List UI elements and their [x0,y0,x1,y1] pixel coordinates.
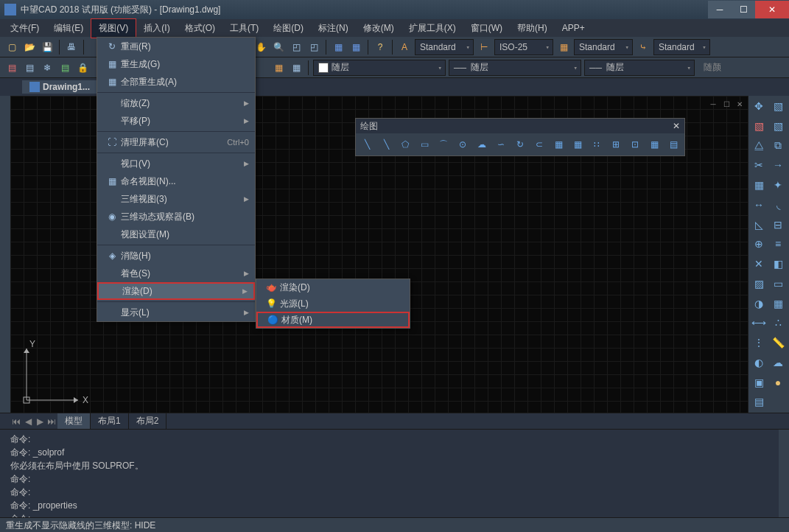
tool-join-icon[interactable]: ⊕ [750,235,768,253]
draw-line-icon[interactable]: ╲ [359,136,375,153]
lineweight-dropdown[interactable]: ──随层 [584,60,695,76]
dimstyle-icon[interactable]: ⊢ [477,40,491,55]
tool-divide-icon[interactable]: ⋮ [750,334,768,351]
menu-pan[interactable]: 平移(P)▶ [97,112,255,130]
tool-measure-icon[interactable]: 📏 [769,334,787,351]
help-icon[interactable]: ? [373,40,388,55]
menu-namedview[interactable]: ▦命名视图(N)... [97,172,255,190]
color-dropdown[interactable]: 随层 [313,60,446,76]
tool-fillet-icon[interactable]: ◟ [769,196,787,214]
menu-help[interactable]: 帮助(H) [510,19,555,38]
close-button[interactable]: ✕ [755,1,789,18]
tool-layer-icon[interactable]: ▤ [750,393,768,410]
maximize-button[interactable]: ☐ [732,1,755,18]
draw-circle-icon[interactable]: ⊙ [455,136,471,153]
draw-rectangle-icon[interactable]: ▭ [416,136,432,153]
tab-nav-first-icon[interactable]: ⏮ [10,416,22,427]
menu-viewport[interactable]: 视口(V)▶ [97,155,255,172]
tool-render-icon[interactable]: ● [769,374,787,391]
menu-modify[interactable]: 修改(M) [356,19,401,38]
submenu-material[interactable]: 🔵材质(M) [256,312,410,328]
canvas-max-icon[interactable]: ☐ [721,99,732,109]
tool-region-icon[interactable]: ▭ [769,275,787,293]
tool-offset-icon[interactable]: ⧉ [769,137,787,155]
tool-align-icon[interactable]: ≡ [769,235,787,253]
block-edit-icon[interactable]: ▦ [289,60,304,75]
tool-scale-icon[interactable]: ▧ [769,117,787,135]
menu-render[interactable]: 渲染(D)▶ [97,282,255,300]
textstyle-icon[interactable]: A [397,40,412,55]
menu-tools[interactable]: 工具(T) [222,19,266,38]
tool-move-icon[interactable]: ✥ [750,97,768,115]
linetype-dropdown[interactable]: ──随层 [449,60,581,76]
tool-group-icon[interactable]: ▣ [750,374,768,391]
new-icon[interactable]: ▢ [4,40,19,55]
menu-3dview[interactable]: 三维视图(3)▶ [97,190,255,208]
block-icon[interactable]: ▦ [271,60,286,75]
tool-hatch-icon[interactable]: ▨ [750,275,768,293]
draw-ellipse-icon[interactable]: ↻ [512,136,528,153]
menu-file[interactable]: 文件(F) [3,19,46,38]
layer-icon[interactable]: ▤ [22,60,37,75]
tablestyle-dropdown[interactable]: Standard [574,39,633,55]
menu-insert[interactable]: 插入(I) [136,19,177,38]
layer-state-icon[interactable]: ▤ [57,60,72,75]
tablestyle-icon[interactable]: ▦ [556,40,571,55]
tool-mirror-icon[interactable]: ⧋ [750,137,768,155]
canvas-close-icon[interactable]: ✕ [734,99,745,109]
dimstyle-dropdown[interactable]: ISO-25 [494,39,553,55]
draw-revcloud-icon[interactable]: ☁ [474,136,490,153]
draw-ellipsearc-icon[interactable]: ⊂ [531,136,547,153]
tool-stretch-icon[interactable]: ↔ [750,196,768,214]
tool-explode-icon[interactable]: ✦ [769,176,787,194]
tool-pedit-icon[interactable]: ◧ [769,255,787,273]
menu-redraw[interactable]: ↻重画(R) [97,38,255,55]
open-icon[interactable]: 📂 [22,40,37,55]
draw-arc-icon[interactable]: ⌒ [435,136,452,153]
pan-icon[interactable]: ✋ [253,40,268,55]
properties-icon[interactable]: ▦ [331,40,346,55]
tool-point-icon[interactable]: ∴ [769,314,787,332]
document-tab[interactable]: Drawing1... [22,80,97,94]
draw-block-icon[interactable]: ▦ [550,136,567,153]
draw-table-icon[interactable]: ▤ [665,136,681,153]
submenu-render[interactable]: 🫖渲染(D) [256,279,410,295]
draw-floating-toolbar[interactable]: 绘图 ✕ ╲ ╲ ⬠ ▭ ⌒ ⊙ ☁ ∽ ↻ ⊂ ▦ ▦ ∷ ⊞ ⊡ ▦ ▤ [355,118,685,156]
tool-more-icon[interactable]: ▦ [769,295,787,312]
draw-xline-icon[interactable]: ╲ [378,136,394,153]
menu-dimension[interactable]: 标注(N) [311,19,356,38]
tool-extend-icon[interactable]: → [769,156,787,174]
mleaderstyle-dropdown[interactable]: Standard [653,39,710,55]
tab-model[interactable]: 模型 [57,413,91,429]
command-scrollbar[interactable] [779,430,789,517]
save-icon[interactable]: 💾 [40,40,55,55]
menu-viewsettings[interactable]: 视图设置(M) [97,225,255,243]
menu-app[interactable]: APP+ [555,20,592,36]
menu-hide[interactable]: ◈消隐(H) [97,247,255,265]
menu-regen[interactable]: ▦重生成(G) [97,55,255,73]
menu-shade[interactable]: 着色(S)▶ [97,265,255,282]
menu-view[interactable]: 视图(V) [91,18,136,38]
zoom-icon[interactable]: 🔍 [271,40,286,55]
draw-gradient-icon[interactable]: ⊡ [627,136,643,153]
tool-revcloud-icon[interactable]: ☁ [769,354,787,371]
tool-array-icon[interactable]: ▦ [750,176,768,194]
draw-spline-icon[interactable]: ∽ [493,136,509,153]
draw-hatch-icon[interactable]: ⊞ [608,136,624,153]
tool-copy-icon[interactable]: ▧ [769,97,787,115]
tab-layout1[interactable]: 布局1 [91,413,129,429]
menu-cleanscreen[interactable]: ⛶清理屏幕(C)Ctrl+0 [97,133,255,151]
layer-manager-icon[interactable]: ▤ [4,60,19,75]
zoom-window-icon[interactable]: ◰ [289,40,304,55]
tool-break-icon[interactable]: ⊟ [769,216,787,234]
tool-rotate-icon[interactable]: ▧ [750,117,768,135]
draw-region-icon[interactable]: ▦ [646,136,662,153]
menu-3dorbit[interactable]: ◉三维动态观察器(B) [97,208,255,225]
print-icon[interactable]: 🖶 [64,40,79,55]
tool-lengthen-icon[interactable]: ⟷ [750,314,768,332]
tab-nav-next-icon[interactable]: ▶ [34,416,46,427]
menu-draw[interactable]: 绘图(D) [266,19,311,38]
submenu-light[interactable]: 💡光源(L) [256,295,410,312]
menu-express[interactable]: 扩展工具(X) [401,19,463,38]
tool-erase-icon[interactable]: ✕ [750,255,768,273]
